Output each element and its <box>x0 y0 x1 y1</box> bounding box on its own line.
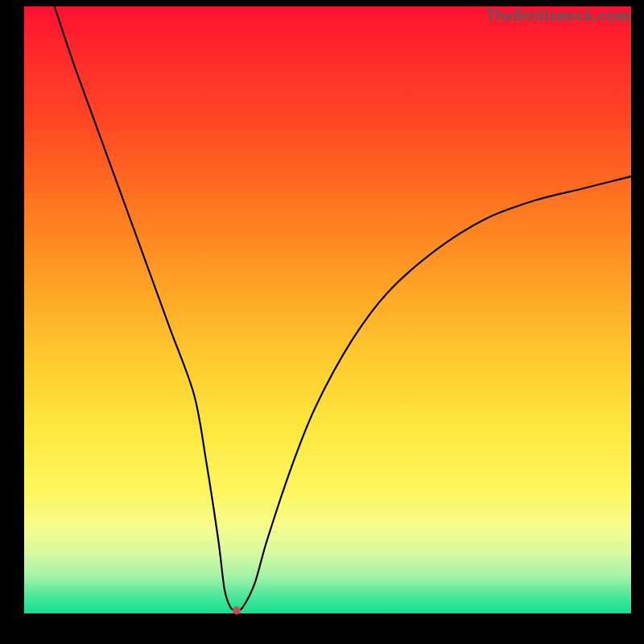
curve-svg <box>24 6 631 613</box>
minimum-marker <box>233 606 241 614</box>
chart-container: TheBottleneck.com <box>0 0 644 644</box>
bottleneck-curve <box>55 6 631 610</box>
watermark-text: TheBottleneck.com <box>485 6 630 24</box>
plot-area <box>24 6 631 613</box>
